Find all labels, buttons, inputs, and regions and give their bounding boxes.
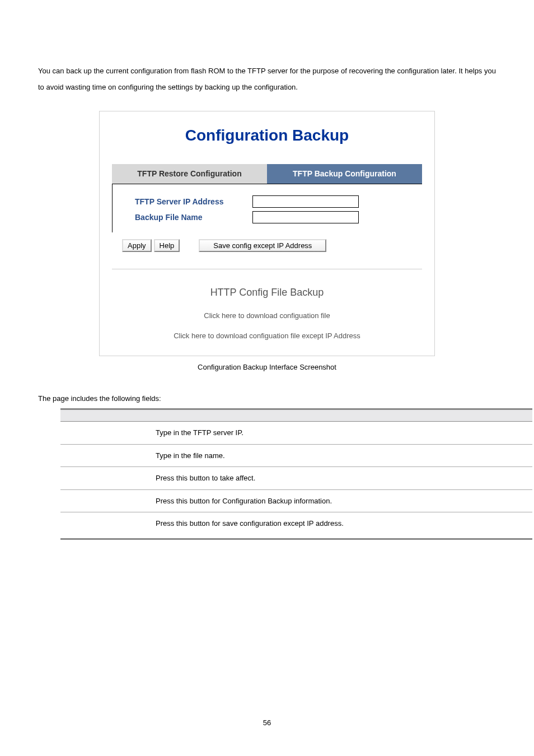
screenshot-title: Configuration Backup [100, 111, 434, 164]
save-except-ip-button[interactable]: Save config except IP Address [199, 239, 326, 252]
download-config-link[interactable]: Click here to download configuation file [100, 310, 434, 321]
page-number: 56 [0, 717, 534, 729]
screenshot-caption: Configuration Backup Interface Screensho… [38, 362, 496, 373]
tabs: TFTP Restore Configuration TFTP Backup C… [100, 164, 434, 184]
fields-intro: The page includes the following fields: [38, 393, 496, 404]
field-row: Press this button for save configuration… [60, 512, 532, 539]
screenshot: Configuration Backup TFTP Restore Config… [99, 111, 435, 356]
help-button[interactable]: Help [154, 239, 180, 252]
http-backup-block: HTTP Config File Backup Click here to do… [100, 285, 434, 356]
apply-button[interactable]: Apply [122, 239, 152, 252]
backup-file-name-input[interactable] [252, 211, 359, 223]
field-row: Press this button to take affect. [60, 467, 532, 490]
fields-table: Type in the TFTP server IP. Type in the … [60, 408, 532, 540]
backup-file-name-label: Backup File Name [135, 212, 252, 223]
tab-tftp-backup[interactable]: TFTP Backup Configuration [267, 164, 422, 184]
download-config-except-ip-link[interactable]: Click here to download configuation file… [100, 330, 434, 342]
divider [112, 269, 422, 269]
http-backup-heading: HTTP Config File Backup [100, 285, 434, 300]
field-row: Press this button for Configuration Back… [60, 489, 532, 512]
tab-tftp-restore[interactable]: TFTP Restore Configuration [112, 164, 267, 184]
field-row: Type in the file name. [60, 444, 532, 467]
field-row: Type in the TFTP server IP. [60, 422, 532, 445]
button-row: Apply Help Save config except IP Address [112, 239, 422, 252]
tftp-server-ip-input[interactable] [252, 195, 359, 208]
tftp-server-ip-label: TFTP Server IP Address [135, 196, 252, 208]
intro-text: You can back up the current configuratio… [38, 63, 496, 95]
form-box: TFTP Server IP Address Backup File Name [112, 184, 422, 232]
